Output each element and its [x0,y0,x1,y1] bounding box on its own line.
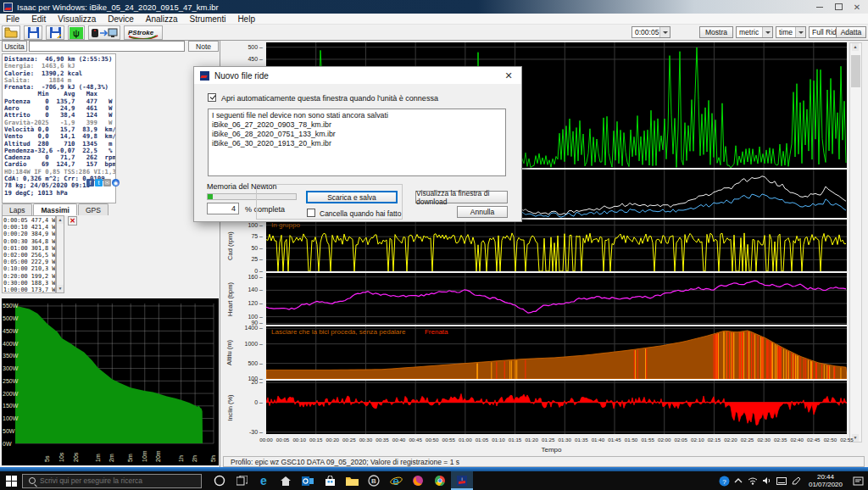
tray-pen-icon[interactable] [789,471,804,490]
maxima-list[interactable]: 0:00:05 477,4 W0:00:10 421,4 W0:00:20 38… [2,215,56,293]
show-download-window-button[interactable]: Visualizza la finestra di download [415,191,508,203]
svg-text:250W: 250W [3,378,19,384]
taskbar-search[interactable] [22,474,202,488]
scroll-up-icon[interactable]: ▲ [57,216,64,224]
note-button[interactable]: Note [188,41,219,52]
notification-center-icon[interactable] [848,471,868,490]
list-item[interactable]: 0:02:00 256,5 W [3,252,55,259]
chart-altitude: FrenataLasciare che la bici proceda, sen… [266,326,847,379]
mostra-button[interactable]: Mostra [699,26,733,38]
close-icon[interactable]: ✕ [503,70,515,81]
percent-value[interactable]: 4 [207,203,239,214]
twitter-icon[interactable]: t [95,179,103,187]
menu-edit[interactable]: Edit [25,14,52,25]
minimize-icon[interactable] [810,0,829,14]
taskbar-house-icon[interactable] [275,471,297,490]
tray-volume-icon[interactable] [760,471,775,490]
adatta-button[interactable]: Adatta [836,26,866,38]
taskbar-explorer-icon[interactable] [341,471,363,490]
device-file-item[interactable]: iBike_06_28_2020_0751_133_km.ibr [212,130,505,139]
chart-heart [266,273,847,325]
email-icon[interactable]: ✉ [103,179,111,187]
tab-laps[interactable]: Laps [2,203,32,215]
device-file-item[interactable]: iBike_06_30_2020_1913_20_km.ibr [212,139,505,148]
scroll-down-icon[interactable]: ▼ [57,285,64,292]
share-icons: f t ✉ ◉ [86,179,120,187]
taskbar-bcircle-icon[interactable]: B [363,471,385,490]
toolbar-save-as-button[interactable] [46,25,64,40]
list-item[interactable]: 0:01:00 301,8 W [3,245,55,252]
download-save-button[interactable]: Scarica e salva [306,191,398,203]
list-item[interactable]: 0:05:00 222,9 W [3,259,55,265]
title-bar[interactable]: Isaac per Windows: iBike_05_24_2020_0915… [0,0,868,14]
toolbar-save-button[interactable] [24,25,42,40]
list-item[interactable]: 0:00:30 364,8 W [3,238,55,245]
menu-strumenti[interactable]: Strumenti [184,14,232,25]
taskbar-apps: eBei [209,471,473,490]
svg-text:300W: 300W [3,365,19,371]
units-select[interactable]: metric [736,26,773,38]
tray-keyboard-icon[interactable] [775,471,789,490]
chevron-down-icon [795,27,805,37]
interval-value: 0:00:05 [635,28,659,36]
facebook-icon[interactable]: f [86,179,94,187]
svg-text:5s: 5s [44,455,50,462]
taskbar-outlook-icon[interactable] [297,471,319,490]
taskbar-ie-icon[interactable]: e [385,471,407,490]
menu-help[interactable]: Help [231,14,261,25]
list-item[interactable]: 1:00:00 173,7 W [3,287,55,293]
toolbar-open-file-button[interactable] [2,25,20,40]
list-item[interactable]: 0:00:05 477,4 W [3,217,55,224]
delete-after-checkbox[interactable] [307,209,315,217]
scroll-thumb[interactable] [851,55,860,87]
taskbar: eBei ? 20:44 01/07/2020 [0,471,868,490]
search-icon [29,477,36,484]
tray-help-icon[interactable]: ? [717,471,732,490]
search-input[interactable] [40,476,192,485]
toolbar-download-from-device-button[interactable] [88,25,120,40]
taskbar-cortana-icon[interactable] [209,471,231,490]
maximize-icon[interactable] [829,0,848,14]
interval-select[interactable]: 0:00:05 [632,26,670,38]
taskbar-edge-icon[interactable]: e [253,471,275,490]
tray-chevron-icon[interactable] [732,471,746,490]
svg-text:500W: 500W [3,315,19,321]
list-item[interactable]: 0:20:00 199,2 W [3,273,55,280]
xaxis-select[interactable]: time [776,26,806,38]
start-button[interactable] [0,471,22,490]
tab-gps[interactable]: GPS [78,203,108,215]
cancel-button[interactable]: Annulla [457,206,508,218]
delete-maxima-button[interactable]: ✕ [68,216,77,226]
scroll-up-icon[interactable]: ▲ [852,43,859,51]
menu-visualizza[interactable]: Visualizza [52,14,102,25]
uscita-label[interactable]: Uscita [2,41,27,52]
list-item[interactable]: 0:10:00 210,3 W [3,265,55,272]
menu-device[interactable]: Device [102,14,140,25]
browser-icon[interactable]: ◉ [112,179,120,187]
tab-massimi[interactable]: Massimi [33,203,77,215]
uscita-input[interactable] [29,41,185,52]
taskbar-store-icon[interactable] [319,471,341,490]
taskbar-chrome-icon[interactable] [429,471,451,490]
list-item[interactable]: 0:00:10 421,4 W [3,224,55,231]
list-item[interactable]: 0:00:20 384,9 W [3,231,55,237]
chart-scrollbar[interactable]: ▲ ▼ [849,42,862,443]
taskbar-firefox-icon[interactable] [407,471,429,490]
maxima-scrollbar[interactable]: ▲ ▼ [56,215,64,293]
tray-network-icon[interactable] [746,471,760,490]
toolbar-powerstroke-button[interactable]: PStroke [124,25,163,40]
dialog-title-bar[interactable]: Nuovo file ride ✕ [194,67,521,84]
taskbar-taskview-icon[interactable] [231,471,253,490]
list-item[interactable]: 0:30:00 188,3 W [3,280,55,287]
auto-open-checkbox[interactable] [208,93,216,102]
menu-analizza[interactable]: Analizza [140,14,184,25]
taskbar-isaac-icon[interactable]: i [451,471,473,490]
toolbar-usb-connect-button[interactable]: ψ [68,25,85,40]
taskbar-clock[interactable]: 20:44 01/07/2020 [804,473,848,488]
device-files-list[interactable]: I seguenti file nel device non sono stat… [208,109,506,176]
menu-file[interactable]: File [0,14,25,25]
close-icon[interactable]: ✕ [848,0,866,14]
svg-text:20m: 20m [155,450,161,462]
device-file-item[interactable]: iBike_06_27_2020_0903_78_km.ibr [212,120,505,130]
files-header: I seguenti file nel device non sono stat… [212,111,505,120]
